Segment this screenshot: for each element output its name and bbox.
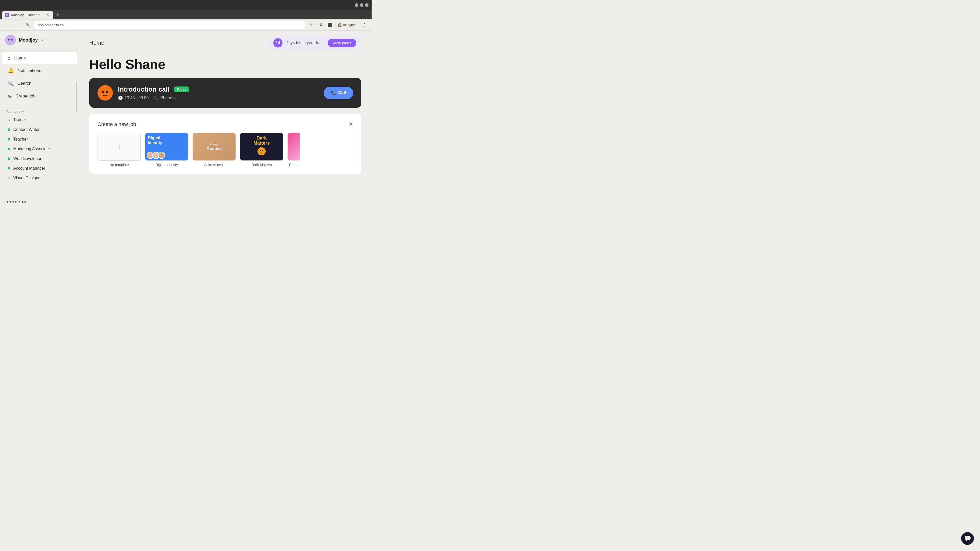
template-dark-matters[interactable]: Dark Matters	[240, 133, 283, 167]
main-content: Home 14 Days left in your trial View pla…	[79, 30, 372, 210]
template-no-template[interactable]: ＋ No template	[97, 133, 141, 167]
sidebar-item-label: Home	[14, 56, 26, 61]
job-item-trainer[interactable]: Trainer	[2, 115, 77, 124]
extensions-button[interactable]: ⬛	[326, 21, 334, 29]
intro-title: Introduction call Today	[118, 86, 324, 94]
template-rac[interactable]: Rac...	[287, 133, 300, 167]
reload-button[interactable]: ↻	[24, 21, 32, 29]
tab-bar: H Moodjoy - Homerun ✕ +	[0, 10, 372, 19]
job-status-dot	[8, 167, 10, 170]
call-button[interactable]: 📞 Call	[324, 87, 353, 99]
templates-row: ＋ No template DigitalIdentity	[97, 133, 353, 167]
job-status-dot	[8, 119, 10, 121]
today-badge: Today	[173, 86, 189, 92]
job-status-dot	[8, 128, 10, 131]
template-thumb: Dark Matters	[240, 133, 283, 161]
svg-point-0	[97, 85, 113, 100]
template-digital-identity[interactable]: DigitalIdentity Digital Identity	[145, 133, 188, 167]
sidebar-item-label: Create job	[16, 94, 35, 99]
template-thumb	[287, 133, 300, 161]
avatar-illustration	[97, 85, 113, 100]
job-status-dot	[8, 177, 10, 179]
job-item-content-writer[interactable]: Content Writer	[2, 125, 77, 134]
di-title: DigitalIdentity	[148, 135, 162, 145]
chevron-down-icon: ▾	[42, 38, 43, 42]
job-label: Web Developer	[13, 156, 41, 161]
svg-point-5	[262, 150, 263, 151]
homerun-logo: HOMERUN	[0, 197, 79, 207]
template-calm-access[interactable]: Calm Access Calm Access	[192, 133, 236, 167]
sidebar-item-search[interactable]: 🔍 Search	[2, 77, 77, 89]
template-label: Calm Access	[192, 163, 236, 167]
tab-title: Moodjoy - Homerun	[11, 13, 40, 17]
job-label: Teacher	[13, 137, 28, 141]
tab-favicon: H	[5, 13, 9, 17]
chevron-down-icon: ▾	[22, 110, 24, 114]
plus-circle-icon: ⊕	[8, 93, 12, 99]
sidebar-item-label: Notifications	[18, 68, 41, 73]
avatar	[97, 85, 113, 100]
type-meta: 📞 Phone call	[154, 95, 180, 100]
job-status-dot	[8, 148, 10, 150]
menu-button[interactable]: ⋮	[360, 21, 369, 29]
create-job-header: Create a new job ✕	[97, 121, 353, 127]
workspace-header[interactable]: MM Moodjoy ▾	[0, 30, 79, 49]
job-label: Trainer	[13, 118, 26, 122]
svg-point-1	[102, 91, 104, 93]
incognito-icon: 🕵	[338, 23, 342, 27]
phone-icon: 📞	[331, 90, 336, 96]
sidebar-item-create-job[interactable]: ⊕ Create job	[2, 90, 77, 102]
job-item-visual-designer[interactable]: Visual Designer	[2, 173, 77, 183]
job-label: Visual Designer	[13, 176, 42, 180]
job-item-teacher[interactable]: Teacher	[2, 135, 77, 144]
address-bar: ← → ↻ ☆ ⬇ ⬛ 🕵 Incognito ⋮	[0, 19, 372, 30]
phone-icon: 📞	[154, 95, 159, 100]
bookmark-button[interactable]: ☆	[307, 21, 316, 29]
di-faces	[147, 152, 165, 159]
back-button[interactable]: ←	[3, 21, 11, 29]
content-body: Hello Shane	[79, 54, 372, 182]
job-label: Content Writer	[13, 127, 40, 132]
template-thumb: ＋	[97, 133, 141, 161]
job-status-dot	[8, 157, 10, 160]
template-thumb: DigitalIdentity	[145, 133, 188, 161]
forward-button[interactable]: →	[13, 21, 21, 29]
sidebar-item-label: Search	[18, 81, 32, 86]
maximize-btn[interactable]	[360, 3, 363, 7]
view-plans-button[interactable]: View plans	[328, 39, 356, 47]
close-create-job-button[interactable]: ✕	[348, 121, 353, 127]
trial-days-number: 14	[273, 38, 283, 48]
incognito-button[interactable]: 🕵 Incognito	[335, 22, 360, 28]
template-label: Rac...	[287, 163, 300, 167]
intro-meta: 🕐 23:45 - 00:00 📞 Phone call	[118, 95, 324, 100]
job-item-account-manager[interactable]: Account Manager	[2, 164, 77, 173]
active-tab[interactable]: H Moodjoy - Homerun ✕	[2, 11, 53, 19]
job-status-dot	[8, 138, 10, 141]
jobs-section-label: Your jobs ▾	[0, 107, 79, 115]
clock-icon: 🕐	[118, 95, 123, 100]
main-header: Home 14 Days left in your trial View pla…	[79, 30, 372, 54]
time-meta: 🕐 23:45 - 00:00	[118, 95, 148, 100]
workspace-name: Moodjoy	[19, 38, 38, 43]
download-button[interactable]: ⬇	[317, 21, 325, 29]
create-job-card: Create a new job ✕ ＋ No template Digital…	[89, 114, 361, 174]
template-label: Digital Identity	[145, 163, 188, 167]
job-item-marketing-associate[interactable]: Marketing Associate	[2, 144, 77, 154]
minimize-btn[interactable]	[355, 3, 358, 7]
trial-badge: 14 Days left in your trial View plans	[268, 36, 361, 50]
job-item-web-developer[interactable]: Web Developer	[2, 154, 77, 163]
intro-card: Introduction call Today 🕐 23:45 - 00:00 …	[89, 78, 361, 108]
url-input[interactable]	[34, 21, 305, 29]
close-btn[interactable]	[365, 3, 369, 7]
job-label: Marketing Associate	[13, 147, 50, 151]
template-label: Dark Matters	[240, 163, 283, 167]
intro-info: Introduction call Today 🕐 23:45 - 00:00 …	[118, 86, 324, 100]
tab-close-button[interactable]: ✕	[45, 13, 50, 17]
greeting-heading: Hello Shane	[89, 57, 361, 72]
new-tab-button[interactable]: +	[54, 11, 61, 18]
sidebar-item-notifications[interactable]: 🔔 Notifications	[2, 65, 77, 77]
avatar: MM	[5, 35, 16, 45]
sidebar-item-home[interactable]: ⌂ Home	[2, 52, 77, 64]
search-icon: 🔍	[8, 80, 14, 86]
dark-matters-icon	[256, 146, 267, 156]
